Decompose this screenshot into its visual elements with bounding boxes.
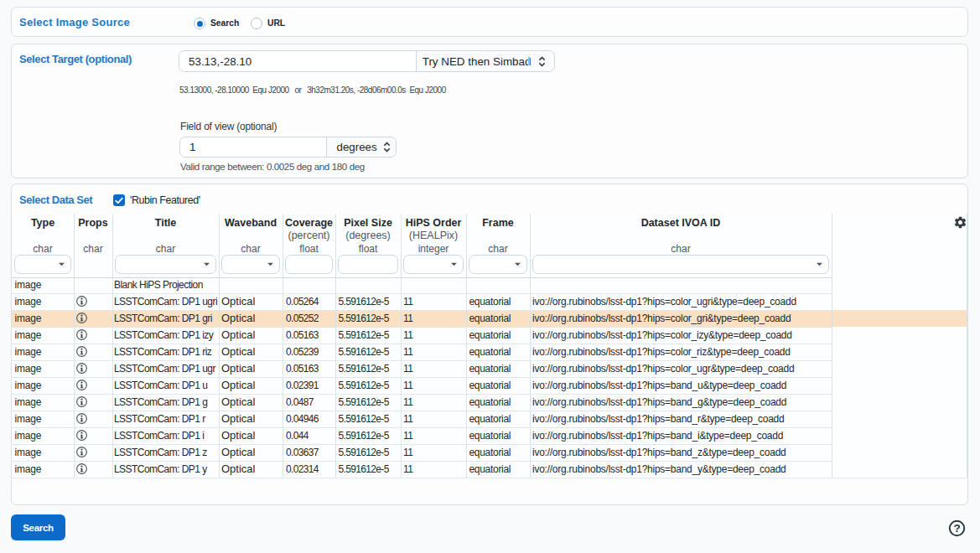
svg-text:?: ? bbox=[953, 521, 960, 534]
